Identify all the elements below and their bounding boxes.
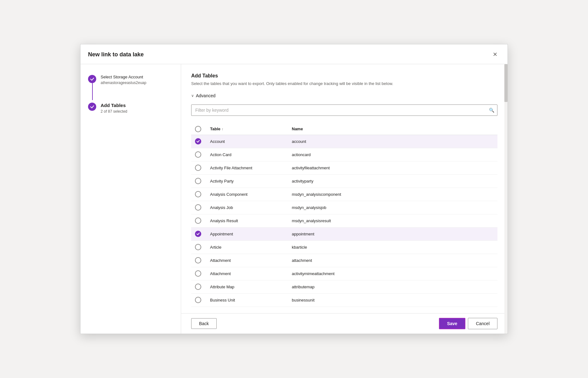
cell-table-12: Business Unit — [210, 298, 292, 302]
cell-name-2: activityfileattachment — [292, 166, 494, 170]
table-row: Attribute Map attributemap — [191, 280, 497, 294]
cell-name-6: msdyn_analysisresult — [292, 218, 494, 223]
dialog-header: New link to data lake ✕ — [80, 44, 508, 64]
cell-name-4: msdyn_analysiscomponent — [292, 192, 494, 197]
row-checkbox-12[interactable] — [195, 297, 201, 303]
advanced-toggle[interactable]: ∨ Advanced — [191, 93, 497, 98]
dialog: New link to data lake ✕ Select Storage A… — [80, 44, 508, 334]
table-row: Business Unit businessunit — [191, 294, 497, 307]
chevron-down-icon: ∨ — [191, 93, 194, 98]
cell-name-3: activityparty — [292, 179, 494, 183]
cell-name-0: account — [292, 139, 494, 144]
table-row: Attachment attachment — [191, 254, 497, 267]
step-2: Add Tables 2 of 87 selected — [88, 102, 173, 114]
row-checkbox-2[interactable] — [195, 165, 201, 171]
sort-icon[interactable]: ↑ — [222, 127, 224, 131]
step-1: Select Storage Account athenastorageeast… — [88, 74, 173, 85]
dialog-body: Select Storage Account athenastorageeast… — [80, 64, 508, 334]
row-checkbox-7[interactable] — [195, 231, 201, 237]
table-row: Appointment appointment — [191, 228, 497, 241]
sidebar: Select Storage Account athenastorageeast… — [80, 64, 181, 334]
table-row: Activity File Attachment activityfileatt… — [191, 161, 497, 175]
name-col-header: Name — [292, 127, 494, 131]
table-row: Action Card actioncard — [191, 148, 497, 161]
filter-row: 🔍 — [191, 104, 497, 116]
step-1-subtitle: athenastorageeastus2euap — [101, 81, 173, 85]
table-wrap: Table ↑ Name A — [191, 123, 497, 307]
cell-table-3: Activity Party — [210, 179, 292, 183]
advanced-label: Advanced — [196, 93, 215, 98]
cell-name-5: msdyn_analysisjob — [292, 205, 494, 210]
scrollbar-track[interactable] — [504, 64, 508, 334]
footer-right: Save Cancel — [439, 318, 497, 329]
cell-table-4: Analysis Component — [210, 192, 292, 197]
row-checkbox-8[interactable] — [195, 244, 201, 250]
cell-name-7: appointment — [292, 232, 494, 236]
cell-table-7: Appointment — [210, 232, 292, 236]
section-desc: Select the tables that you want to expor… — [191, 81, 497, 87]
table-row: Analysis Job msdyn_analysisjob — [191, 201, 497, 214]
row-checkbox-10[interactable] — [195, 270, 201, 277]
section-title: Add Tables — [191, 73, 497, 79]
row-checkbox-11[interactable] — [195, 284, 201, 290]
cell-table-1: Action Card — [210, 152, 292, 157]
table-row: Activity Party activityparty — [191, 175, 497, 188]
row-checkbox-1[interactable] — [195, 151, 201, 158]
step-connector — [92, 83, 93, 100]
table-row: Analysis Component msdyn_analysiscompone… — [191, 188, 497, 201]
table-header: Table ↑ Name — [191, 123, 497, 135]
step-2-icon — [88, 103, 96, 111]
table-row: Analysis Result msdyn_analysisresult — [191, 214, 497, 228]
cell-table-5: Analysis Job — [210, 205, 292, 210]
table-col-header: Table ↑ — [210, 127, 292, 131]
table-row: Account account — [191, 135, 497, 148]
save-button[interactable]: Save — [439, 318, 466, 329]
step-1-info: Select Storage Account athenastorageeast… — [101, 74, 173, 85]
select-all-cell — [195, 126, 210, 132]
row-checkbox-3[interactable] — [195, 178, 201, 184]
search-button[interactable]: 🔍 — [486, 105, 497, 116]
cell-table-8: Article — [210, 245, 292, 250]
cell-table-9: Attachment — [210, 258, 292, 263]
filter-input[interactable] — [191, 108, 486, 113]
table-row: Attachment activitymimeattachment — [191, 267, 497, 280]
cell-table-6: Analysis Result — [210, 218, 292, 223]
main-content: Add Tables Select the tables that you wa… — [181, 64, 508, 334]
cell-table-2: Activity File Attachment — [210, 166, 292, 170]
row-checkbox-9[interactable] — [195, 257, 201, 263]
step-2-subtitle: 2 of 87 selected — [101, 109, 173, 114]
cell-table-10: Attachment — [210, 271, 292, 276]
row-checkbox-0[interactable] — [195, 138, 201, 144]
main-scroll: Add Tables Select the tables that you wa… — [181, 64, 508, 313]
step-2-info: Add Tables 2 of 87 selected — [101, 102, 173, 114]
cell-name-8: kbarticle — [292, 245, 494, 250]
cell-table-11: Attribute Map — [210, 285, 292, 289]
close-button[interactable]: ✕ — [490, 49, 500, 59]
cell-name-11: attributemap — [292, 285, 494, 289]
cell-name-12: businessunit — [292, 298, 494, 302]
search-icon: 🔍 — [489, 108, 494, 113]
row-checkbox-6[interactable] — [195, 217, 201, 224]
step-1-title: Select Storage Account — [101, 74, 173, 80]
select-all-checkbox[interactable] — [195, 126, 201, 132]
scrollbar-thumb[interactable] — [504, 64, 508, 102]
step-2-title: Add Tables — [101, 102, 173, 109]
step-1-icon — [88, 75, 96, 83]
cancel-button[interactable]: Cancel — [468, 318, 497, 329]
cell-name-9: attachment — [292, 258, 494, 263]
dialog-title: New link to data lake — [88, 51, 144, 58]
cell-table-0: Account — [210, 139, 292, 144]
cell-name-10: activitymimeattachment — [292, 271, 494, 276]
dialog-footer: Back Save Cancel — [181, 313, 508, 334]
table-row: Article kbarticle — [191, 241, 497, 254]
row-checkbox-5[interactable] — [195, 204, 201, 211]
cell-name-1: actioncard — [292, 152, 494, 157]
back-button[interactable]: Back — [191, 318, 217, 329]
row-checkbox-4[interactable] — [195, 191, 201, 197]
